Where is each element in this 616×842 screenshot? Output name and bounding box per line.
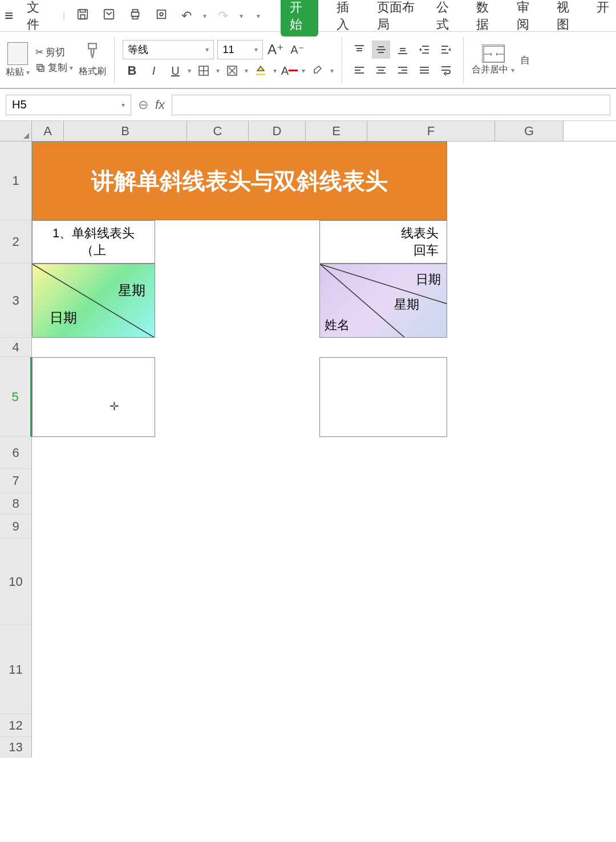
print-icon[interactable] <box>127 6 144 26</box>
indent-decrease-icon[interactable] <box>415 41 433 59</box>
cell-reference: H5 <box>12 98 27 111</box>
spreadsheet-grid: A B C D E F G 1 2 3 4 5 6 7 8 9 10 11 12… <box>0 121 616 758</box>
redo-icon[interactable]: ↷ <box>216 6 230 26</box>
clear-format-button[interactable] <box>309 62 327 80</box>
fill-effect-button[interactable] <box>223 62 241 80</box>
row-header-6[interactable]: 6 <box>0 437 32 469</box>
svg-rect-4 <box>133 9 138 12</box>
row-header-12[interactable]: 12 <box>0 714 32 737</box>
col-header-E[interactable]: E <box>306 121 367 141</box>
undo-dropdown[interactable]: ▾ <box>203 12 206 20</box>
row-header-13[interactable]: 13 <box>0 737 32 758</box>
save-icon[interactable] <box>74 6 91 26</box>
svg-rect-1 <box>80 14 84 18</box>
col-header-A[interactable]: A <box>32 121 64 141</box>
subtitle-1-cell[interactable]: 1、单斜线表头 （上 <box>32 220 155 264</box>
align-justify-icon[interactable] <box>415 61 433 79</box>
row-header-3[interactable]: 3 <box>0 264 32 338</box>
cells-area[interactable]: 讲解单斜线表头与双斜线表头 1、单斜线表头 （上 线表头 回车 星期 日期 日期… <box>32 141 616 758</box>
ribbon: 粘贴 ▾ ✂ 剪切 复制 ▾ 格式刷 等线▾ 11▾ A⁺ A⁻ B I U▾ … <box>0 32 616 89</box>
formula-bar: H5▾ ⊖ fx <box>0 89 616 121</box>
file-menu[interactable]: 文件 <box>22 0 54 35</box>
svg-rect-5 <box>133 16 138 19</box>
copy-button[interactable]: 复制 ▾ <box>35 61 73 74</box>
col-header-G[interactable]: G <box>495 121 564 141</box>
col-header-C[interactable]: C <box>187 121 249 141</box>
row-header-10[interactable]: 10 <box>0 539 32 625</box>
title-cell[interactable]: 讲解单斜线表头与双斜线表头 <box>32 141 447 220</box>
qat-dropdown[interactable]: ▾ <box>257 12 260 20</box>
border-button[interactable] <box>194 62 213 80</box>
tab-formula[interactable]: 公式 <box>434 0 458 37</box>
svg-rect-6 <box>157 10 166 18</box>
svg-rect-8 <box>37 64 42 70</box>
format-painter-button[interactable]: 格式刷 <box>79 42 106 78</box>
tab-review[interactable]: 审阅 <box>514 0 538 37</box>
font-name-select[interactable]: 等线▾ <box>123 40 214 59</box>
font-size-select[interactable]: 11▾ <box>217 40 263 59</box>
merge-icon <box>482 44 505 63</box>
tab-data[interactable]: 数据 <box>474 0 498 37</box>
svg-rect-15 <box>256 74 265 75</box>
row-header-1[interactable]: 1 <box>0 141 32 220</box>
row-headers: 1 2 3 4 5 6 7 8 9 10 11 12 13 <box>0 141 32 758</box>
col-header-B[interactable]: B <box>64 121 187 141</box>
svg-rect-10 <box>89 43 97 48</box>
tab-start[interactable]: 开始 <box>281 0 318 37</box>
paste-button[interactable]: 粘贴 ▾ <box>6 42 30 78</box>
col-header-D[interactable]: D <box>249 121 306 141</box>
diag1-date: 日期 <box>50 309 77 327</box>
empty-cell-b5[interactable] <box>32 357 155 437</box>
fill-color-button[interactable] <box>252 62 270 80</box>
menubar: ≡ 文件 | ↶ ▾ ↷ ▾ ▾ 开始 插入 页面布局 公式 数据 审阅 视图 … <box>0 0 616 32</box>
align-left-icon[interactable] <box>350 61 368 79</box>
align-right-icon[interactable] <box>394 61 412 79</box>
align-center-icon[interactable] <box>372 61 390 79</box>
row-header-5[interactable]: 5 <box>0 357 32 437</box>
select-all-corner[interactable] <box>0 121 32 141</box>
empty-cell-f5[interactable] <box>319 357 447 437</box>
row-header-4[interactable]: 4 <box>0 338 32 357</box>
preview-icon[interactable] <box>153 6 170 26</box>
row-header-11[interactable]: 11 <box>0 625 32 714</box>
merge-cells-button[interactable]: 合并居中 ▾ <box>472 44 514 76</box>
ribbon-tabs: 开始 插入 页面布局 公式 数据 审阅 视图 开 <box>281 0 611 37</box>
save-as-icon[interactable] <box>100 6 117 26</box>
formula-input[interactable] <box>172 95 610 115</box>
tab-view[interactable]: 视图 <box>554 0 578 37</box>
tab-insert[interactable]: 插入 <box>334 0 358 37</box>
redo-dropdown[interactable]: ▾ <box>240 12 243 20</box>
bold-button[interactable]: B <box>123 62 141 80</box>
col-header-F[interactable]: F <box>367 121 495 141</box>
underline-button[interactable]: U <box>166 62 184 80</box>
align-top-icon[interactable] <box>350 41 368 59</box>
name-box[interactable]: H5▾ <box>6 95 131 115</box>
wrap-text-icon[interactable] <box>437 61 455 79</box>
row-header-2[interactable]: 2 <box>0 220 32 264</box>
tab-layout[interactable]: 页面布局 <box>375 0 418 37</box>
decrease-font-icon[interactable]: A⁻ <box>288 41 306 59</box>
font-color-button[interactable]: A <box>280 62 298 80</box>
align-middle-icon[interactable] <box>372 41 390 59</box>
cut-button[interactable]: ✂ 剪切 <box>35 46 73 59</box>
subtitle-2-cell[interactable]: 线表头 回车 <box>319 220 447 264</box>
row-header-7[interactable]: 7 <box>0 469 32 493</box>
font-size-value: 11 <box>222 44 234 56</box>
double-diagonal-cell[interactable]: 日期 星期 姓名 <box>319 264 447 338</box>
paste-icon <box>7 42 28 65</box>
italic-button[interactable]: I <box>144 62 163 80</box>
row-header-8[interactable]: 8 <box>0 493 32 515</box>
sub1-line2: （上 <box>81 242 106 259</box>
increase-font-icon[interactable]: A⁺ <box>266 41 285 59</box>
indent-increase-icon[interactable] <box>437 41 455 59</box>
zoom-out-icon[interactable]: ⊖ <box>138 98 148 112</box>
fx-label[interactable]: fx <box>155 98 165 112</box>
diag2-weekday: 星期 <box>394 296 419 313</box>
single-diagonal-cell[interactable]: 星期 日期 <box>32 264 155 338</box>
tab-dev[interactable]: 开 <box>594 0 611 37</box>
align-bottom-icon[interactable] <box>394 41 412 59</box>
hamburger-icon[interactable]: ≡ <box>5 7 13 25</box>
row-header-9[interactable]: 9 <box>0 515 32 539</box>
svg-rect-3 <box>132 12 139 16</box>
undo-icon[interactable]: ↶ <box>179 6 194 26</box>
